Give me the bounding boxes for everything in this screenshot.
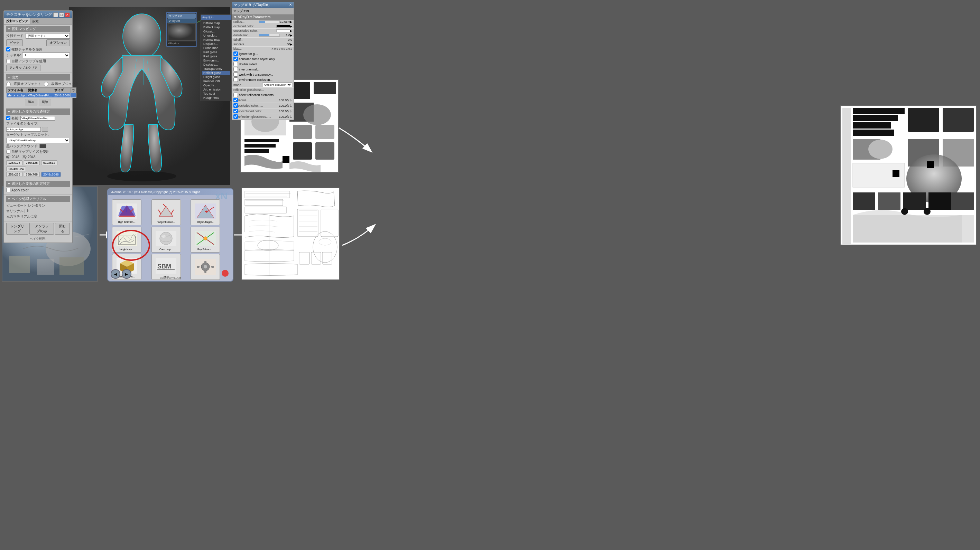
chk-refl-gloss-tex[interactable] [234,114,238,119]
chk-radius-tex[interactable] [234,98,238,102]
chk-unoccluded-tex[interactable] [234,109,238,113]
param-ignore-gi: ignore for gi... [232,51,294,56]
channel-displace2[interactable]: Displace... [202,63,230,67]
select-mode[interactable]: Ambient occlusion [262,82,292,87]
xn-item-height[interactable]: Height map... [112,227,142,252]
btn-unoccluded-expand[interactable]: ▶ [290,29,292,32]
table-row[interactable]: shirts_ao.tga VRayDiffuseFilt... 2048x20… [6,93,76,98]
btn-xnormal-nav-right[interactable]: ▶ [122,269,131,279]
chk-ignore-gi[interactable] [234,51,238,56]
channel-topcoat[interactable]: Top coat [202,92,230,96]
size-presets: 128x128 256x128 512x512 1024x1024 [6,160,70,171]
param-radius: radius... 10.0cm ▶ [232,20,294,24]
swatch-unoccluded[interactable] [276,29,290,32]
param-falloff: falloff... 0.0 [232,38,294,42]
size-768[interactable]: 768x768 [24,172,40,177]
chk-double-sided[interactable] [234,62,238,67]
xn-item-gear[interactable] [191,254,220,280]
swatch-occluded[interactable] [276,25,290,28]
channel-environ[interactable]: Environm... [202,59,230,63]
xn-item-sbm[interactable]: SBM SBM [151,254,181,280]
svg-rect-56 [10,256,30,273]
chk-auto-map-size[interactable] [6,150,10,154]
btn-browse-file[interactable]: ... [42,127,48,132]
btn-options[interactable]: オプション [46,40,70,46]
node-vraydirt[interactable]: マップ #19 VRayDirt VRayAm... [166,12,197,47]
btn-occluded-expand[interactable]: ▶ [290,25,292,28]
channel-normal[interactable]: Normal map [202,38,230,42]
btn-add-output[interactable]: 追加 [25,99,37,105]
size-1024[interactable]: 1024x1024 [6,166,26,171]
chk-affect-refl[interactable] [234,93,238,97]
select-channel[interactable]: 1 [22,52,70,58]
channel-list-panel: チャネル Diffuse map Reflect map Glossi... U… [200,14,232,101]
chk-work-transparency[interactable] [234,72,238,77]
xn-item-cone[interactable]: Cone map... [151,227,181,252]
btn-render[interactable]: レンダリング [6,223,29,235]
btn-close[interactable]: 閉じる [55,223,70,235]
channel-part-gloss1[interactable]: Part gloss [202,50,230,54]
btn-xnormal-close[interactable] [222,270,229,277]
vray-close[interactable]: ✕ [289,3,292,8]
size-512[interactable]: 512x512 [41,160,57,165]
btn-radius-expand[interactable]: ▶ [290,21,292,24]
btn-subdivs-expand[interactable]: ▶ [290,43,292,46]
tab-projection[interactable]: 投影マッピング [4,18,30,24]
select-target-map[interactable]: VRayDiffuseFilterMap [6,138,70,143]
channel-opacity[interactable]: Opacity... [202,83,230,87]
chk-invert-normal[interactable] [234,67,238,71]
tab-settings[interactable]: 設定 [30,18,41,24]
chk-multichannel[interactable] [6,48,10,51]
channel-fresnel[interactable]: Fresnel IOR [202,79,230,83]
channel-unocc[interactable]: Unocclu... [202,33,230,38]
chk-consider-same[interactable] [234,57,238,61]
size-128[interactable]: 128x128 [6,160,22,165]
xnormal-panel[interactable]: xNormal v3.19.3 (x64 Release) Copyright … [107,188,234,282]
xn-item-high-def[interactable]: High definition... [112,199,142,225]
minimize-button[interactable]: ─ [53,13,58,17]
channel-glossi[interactable]: Glossi... [202,29,230,33]
btn-pick[interactable]: ピック [6,40,23,46]
size-2048[interactable]: 2048x2048 [41,172,61,177]
section-bake-material: ▼ ベイク処理マテリアル ビューポート レンダリン オリジナル | 1: 元のマ… [4,195,72,222]
select-projection-mode[interactable]: 投影モード↓ [25,33,70,39]
xn-item-tangent[interactable]: Tangent space... [151,199,181,225]
btn-unwrap[interactable]: アンラップ＆クリア [6,65,40,71]
channel-refl-gloss[interactable]: Reflect gloss [202,71,230,75]
size-256[interactable]: 256x256 [6,172,22,177]
channel-art-em[interactable]: Art. emission [202,87,230,92]
radio-show-obj[interactable] [44,82,48,86]
channel-part-gloss2[interactable]: Part gloss [202,54,230,59]
size-256x128[interactable]: 256x128 [24,160,40,165]
btn-unwrap-only[interactable]: アンラップのみ [29,223,54,235]
channel-reflect[interactable]: Reflect map [202,25,230,29]
bar-distribution [259,34,280,36]
chk-capture[interactable] [6,116,10,120]
chk-auto-unwrap[interactable] [6,59,10,63]
radio-select-obj[interactable] [6,82,11,86]
label-auto-unwrap: 自動アンラップを使用 [11,59,46,63]
btn-delete-output[interactable]: 削除 [39,99,51,105]
channel-transp[interactable]: Transparency [202,67,230,71]
channel-rough[interactable]: Roughness [202,96,230,100]
bg-color-swatch[interactable] [40,144,46,148]
channel-displace[interactable]: Displace... [202,42,230,46]
xn-item-object[interactable]: Object-Target... [191,199,220,225]
input-name[interactable] [21,116,55,120]
vray-subtitle: マップ #19 [232,8,294,14]
param-env-occlusion: environment occlusion... [232,77,294,82]
btn-xnormal-nav-left[interactable]: ◀ [111,269,120,279]
input-filetype[interactable] [6,127,41,132]
label-capture: 名前: [11,116,19,120]
xn-item-ray[interactable]: Ray Balance... [191,227,220,252]
btn-dist-expand[interactable]: ▶ [290,34,292,37]
channel-diffuse[interactable]: Diffuse map [202,21,230,25]
channel-bump[interactable]: Bump map [202,46,230,50]
maximize-button[interactable]: □ [59,13,64,17]
xn-item-thumb-6 [191,229,220,248]
channel-hi-gloss[interactable]: Hilight gloss [202,75,230,79]
close-button[interactable]: ✕ [65,13,70,17]
chk-apply-color[interactable] [6,188,10,192]
chk-occluded-tex[interactable] [234,103,238,108]
chk-env-occlusion[interactable] [234,78,238,82]
